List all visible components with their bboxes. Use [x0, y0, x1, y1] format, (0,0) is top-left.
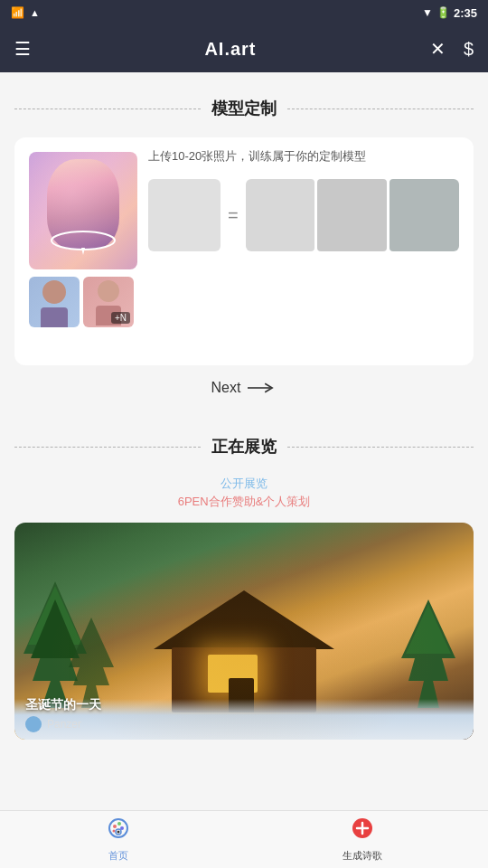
- svg-point-16: [117, 831, 119, 834]
- svg-point-10: [113, 825, 117, 828]
- divider-left-ex: [14, 447, 201, 448]
- nav-home[interactable]: 首页: [107, 816, 130, 863]
- model-card: +N 上传10-20张照片，训练属于你的定制模型 =: [14, 137, 474, 365]
- sim-icon: 📶: [11, 6, 24, 19]
- svg-point-11: [117, 822, 121, 826]
- top-bar: ☰ AI.art ✕ $: [0, 25, 488, 72]
- top-bar-actions: ✕ $: [430, 38, 474, 60]
- svg-point-14: [112, 830, 115, 833]
- author-avatar: [25, 716, 42, 732]
- coin-button[interactable]: $: [464, 39, 474, 60]
- thumb-2: +N: [83, 277, 134, 327]
- exhibition-link2[interactable]: 6PEN合作赞助&个人策划: [14, 494, 474, 510]
- author-name: Panzer: [47, 718, 81, 731]
- exhibition-caption: 圣诞节的一天 Panzer: [25, 697, 101, 732]
- bottom-nav: 首页 生成诗歌: [0, 810, 488, 868]
- clock: 2:35: [454, 6, 477, 20]
- home-label: 首页: [108, 849, 128, 863]
- menu-button[interactable]: ☰: [14, 38, 31, 60]
- caption-author: Panzer: [25, 716, 101, 732]
- model-title-row: 模型定制: [14, 98, 474, 119]
- next-button[interactable]: Next: [211, 380, 277, 396]
- svg-point-0: [52, 231, 115, 250]
- android-icon: ▲: [30, 7, 40, 18]
- collage-thumbnails: +N: [29, 277, 137, 327]
- exhibition-title-row: 正在展览: [14, 436, 474, 458]
- generate-label: 生成诗歌: [343, 849, 382, 863]
- divider-right-ex: [287, 447, 474, 448]
- next-label: Next: [211, 380, 241, 396]
- thumb-1: [29, 277, 80, 327]
- main-content: 模型定制: [0, 72, 488, 850]
- status-right: ▼ 🔋 2:35: [422, 6, 477, 20]
- output-1: [246, 179, 315, 251]
- divider-right: [287, 108, 474, 109]
- model-description: 上传10-20张照片，训练属于你的定制模型: [148, 148, 459, 165]
- next-btn-row: Next: [14, 380, 474, 396]
- equal-sign: =: [228, 205, 239, 226]
- output-strip: [246, 179, 459, 251]
- exhibition-subtitle: 公开展览 6PEN合作赞助&个人策划: [14, 476, 474, 510]
- model-section: 模型定制: [0, 72, 488, 414]
- generate-icon: [351, 816, 374, 845]
- exhibition-image-container[interactable]: 圣诞节的一天 Panzer: [14, 523, 474, 740]
- exhibition-section: 正在展览 公开展览 6PEN合作赞助&个人策划: [0, 414, 488, 740]
- exhibition-link1[interactable]: 公开展览: [14, 476, 474, 492]
- exhibition-section-title: 正在展览: [211, 436, 277, 458]
- nav-generate[interactable]: 生成诗歌: [343, 816, 382, 863]
- output-2: [317, 179, 387, 251]
- status-left: 📶 ▲: [11, 6, 40, 19]
- next-arrow-icon: [248, 381, 277, 395]
- app-title: AI.art: [204, 39, 256, 60]
- plus-n-badge: +N: [111, 312, 130, 324]
- main-photo: [29, 152, 137, 269]
- svg-marker-1: [81, 248, 85, 255]
- home-icon: [107, 816, 130, 845]
- divider-left: [14, 108, 201, 109]
- model-section-title: 模型定制: [211, 98, 277, 119]
- battery-icon: 🔋: [436, 6, 450, 19]
- status-bar: 📶 ▲ ▼ 🔋 2:35: [0, 0, 488, 25]
- input-placeholder: [148, 179, 221, 251]
- photo-collage: +N: [29, 152, 137, 351]
- caption-title: 圣诞节的一天: [25, 697, 101, 713]
- wifi-icon: ▼: [422, 6, 433, 19]
- close-button[interactable]: ✕: [430, 38, 446, 60]
- output-3: [389, 179, 459, 251]
